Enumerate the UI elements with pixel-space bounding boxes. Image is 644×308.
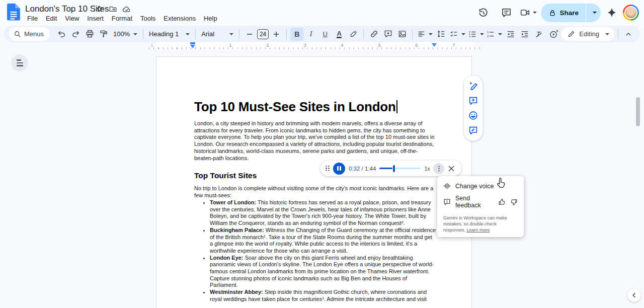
margin-actions-pill [464,75,482,141]
outline-icon [17,59,23,66]
collapse-toolbar-button[interactable] [622,28,635,41]
underline-button[interactable]: U [318,28,332,41]
line-spacing-button[interactable] [435,28,448,41]
avatar-photo [624,6,637,19]
ruler-number: 6 [415,43,418,48]
show-outline-button[interactable] [11,54,28,71]
suggest-edits-icon[interactable] [468,126,478,135]
slider-thumb[interactable] [393,165,395,172]
insert-link-button[interactable] [367,28,380,41]
meet-call-button[interactable] [520,8,537,18]
playback-speed[interactable]: 1x [424,166,430,172]
increase-indent-button[interactable] [518,28,531,41]
menu-bar: File Edit View Insert Format Tools Exten… [23,14,221,23]
move-folder-icon[interactable] [109,5,117,13]
menus-search-button[interactable]: Menus [9,27,50,41]
redo-button[interactable] [69,28,82,41]
font-select[interactable]: Arial [199,28,235,41]
lock-icon [549,9,556,17]
list-item: London Eye: Soar above the city on this … [210,255,436,289]
docs-logo-icon[interactable] [7,4,21,21]
share-dropdown[interactable] [586,4,601,22]
pause-button[interactable] [333,163,345,175]
ruler-number: 4 [341,43,343,48]
horizontal-ruler[interactable]: 1 1 2 3 4 5 6 7 [0,42,644,50]
progress-slider[interactable] [379,165,421,172]
print-button[interactable] [83,28,96,41]
player-options-menu: Change voice Send feedback Gemini in Wor… [437,176,524,237]
text-cursor [396,100,397,113]
meet-caret-icon[interactable] [533,12,537,14]
thumbs-up-icon[interactable] [498,198,506,206]
checklist-button[interactable] [449,28,466,41]
help-me-write-icon[interactable] [468,81,478,91]
menu-edit[interactable]: Edit [42,14,61,23]
google-docs-window: London's Top 10 Sites File Edit View Ins… [0,0,644,308]
bulleted-list-button[interactable] [467,28,485,41]
ruler-number: 3 [303,43,306,48]
add-comment-margin-icon[interactable] [468,96,478,106]
document-page[interactable]: Top 10 Must-See Sites in London London, … [156,56,472,308]
list-item: Buckingham Palace: Witness the Changing … [210,227,436,255]
undo-button[interactable] [55,28,68,41]
drag-handle-icon[interactable] [326,166,330,172]
doc-heading-1[interactable]: Top 10 Must-See Sites in London [194,99,397,115]
zoom-select[interactable]: 100% [111,28,139,41]
total-time: / 1:44 [362,166,376,172]
insert-image-button[interactable] [395,28,409,41]
add-comment-button[interactable] [381,28,394,41]
star-icon[interactable] [96,5,104,13]
learn-more-link[interactable]: Learn more [467,227,490,233]
menu-format[interactable]: Format [108,14,136,23]
share-button[interactable]: Share [541,4,586,22]
paragraph-style-select[interactable]: Heading 1 [147,28,192,41]
show-side-panel-button[interactable] [627,288,641,302]
account-avatar[interactable] [623,5,639,21]
right-indent-marker[interactable] [432,43,437,47]
player-time: 0:32 / 1:44 [349,166,376,172]
highlight-color-button[interactable] [347,28,360,41]
clear-formatting-button[interactable] [532,28,545,41]
version-history-icon[interactable] [473,3,493,22]
cloud-status-icon[interactable] [122,5,131,13]
numbered-list-button[interactable]: 12 [486,28,504,41]
create-video-icon[interactable] [547,28,560,41]
doc-heading-2[interactable]: Top Tourist Sites [194,171,257,180]
decrease-font-button[interactable] [243,28,256,41]
send-feedback-menu-item[interactable]: Send feedback [437,192,524,211]
emoji-reaction-icon[interactable] [468,111,478,120]
menu-tools[interactable]: Tools [136,14,159,23]
font-size-field[interactable]: 24 [257,29,269,39]
paint-format-button[interactable] [97,28,110,41]
doc-section-intro[interactable]: No trip to London is complete without vi… [194,185,436,199]
gemini-sparkle-icon[interactable] [605,3,619,22]
italic-button[interactable]: I [304,28,317,41]
gemini-disclaimer: Gemini in Workspace can make mistakes, s… [437,211,524,233]
send-feedback-label: Send feedback [455,195,489,209]
thumbs-down-icon[interactable] [510,198,518,206]
decrease-indent-button[interactable] [504,28,517,41]
list-item: Tower of London: This historic fortress … [210,199,436,227]
ruler-number: 5 [378,43,380,48]
bold-button[interactable]: B [290,28,303,41]
text-color-button[interactable]: A [333,28,346,41]
menu-file[interactable]: File [23,14,42,23]
toolbar: Menus 100% Heading 1 Arial 24 [4,26,640,42]
change-voice-menu-item[interactable]: Change voice [437,180,524,192]
ruler-number: 7 [452,43,455,48]
player-close-button[interactable] [448,165,455,172]
menu-help[interactable]: Help [200,14,221,23]
menu-extensions[interactable]: Extensions [159,14,200,23]
doc-bullet-list[interactable]: Tower of London: This historic fortress … [194,199,436,303]
menu-view[interactable]: View [61,14,83,23]
first-line-indent-marker[interactable] [190,42,195,44]
doc-intro-paragraph[interactable]: London, a city steeped in history and br… [194,120,436,162]
mode-select[interactable]: Editing [561,27,614,41]
menu-insert[interactable]: Insert [83,14,108,23]
player-more-button[interactable]: ⋮ [433,163,444,174]
align-button[interactable] [416,28,434,41]
vertical-scrollbar[interactable] [636,97,640,126]
left-indent-marker[interactable] [190,45,195,48]
comments-icon[interactable] [497,3,516,22]
increase-font-button[interactable] [270,28,283,41]
